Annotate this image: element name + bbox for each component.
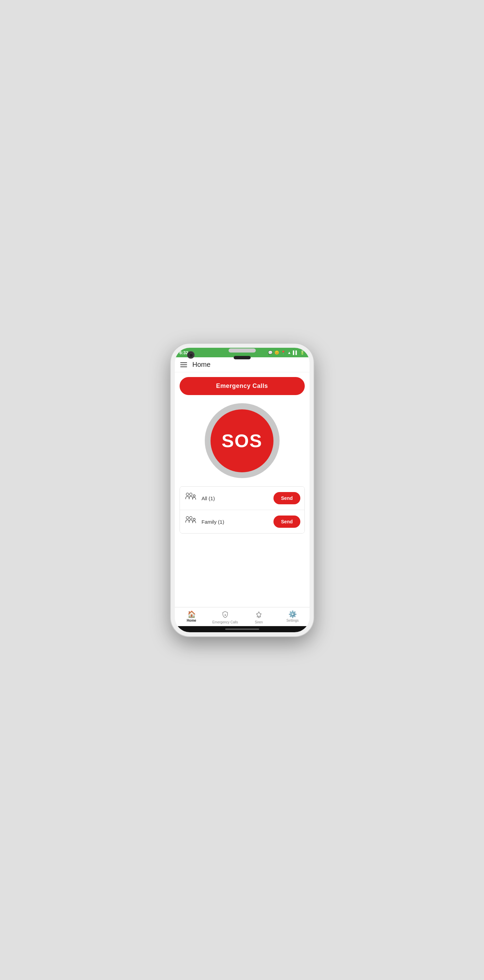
nav-item-siren[interactable]: Siren bbox=[242, 610, 276, 625]
send-all-button[interactable]: Send bbox=[273, 492, 300, 504]
svg-point-2 bbox=[193, 495, 195, 497]
sos-button[interactable]: SOS bbox=[211, 409, 273, 472]
home-icon: 🏠 bbox=[187, 611, 196, 617]
status-icons: 💬 😊 📍 ▲ ▌▌ 🔋 bbox=[268, 350, 305, 355]
phone-screen: 6:32 💬 😊 📍 ▲ ▌▌ 🔋 Home Emergency Calls bbox=[175, 348, 309, 632]
svg-point-0 bbox=[186, 493, 189, 496]
nav-label-emergency-calls: Emergency Calls bbox=[212, 620, 238, 624]
nav-label-settings: Settings bbox=[286, 619, 298, 622]
svg-point-3 bbox=[186, 517, 189, 519]
battery-icon: 🔋 bbox=[300, 350, 305, 355]
contact-all-label: All (1) bbox=[202, 495, 274, 501]
phone-device: 6:32 💬 😊 📍 ▲ ▌▌ 🔋 Home Emergency Calls bbox=[171, 344, 314, 636]
svg-point-5 bbox=[193, 518, 195, 520]
home-indicator-bar bbox=[225, 628, 259, 630]
contact-row-family: Family (1) Send bbox=[180, 510, 305, 533]
camera bbox=[187, 351, 195, 359]
speaker bbox=[229, 348, 256, 353]
family-icon bbox=[184, 515, 197, 528]
svg-point-1 bbox=[189, 493, 192, 496]
earpiece bbox=[234, 356, 251, 360]
nav-item-emergency-calls[interactable]: ★ Emergency Calls bbox=[208, 610, 242, 625]
menu-button[interactable] bbox=[180, 363, 187, 367]
sos-outer-ring: SOS bbox=[205, 403, 279, 478]
contact-family-label: Family (1) bbox=[202, 519, 274, 525]
nav-item-home[interactable]: 🏠 Home bbox=[175, 610, 208, 625]
location-icon: 📍 bbox=[281, 350, 286, 355]
message-icon: 💬 bbox=[268, 350, 273, 355]
shield-icon: ★ bbox=[221, 611, 229, 619]
bottom-nav: 🏠 Home ★ Emergency Calls bbox=[175, 607, 309, 626]
face-icon: 😊 bbox=[275, 350, 279, 355]
nav-label-home: Home bbox=[187, 619, 196, 622]
wifi-icon: ▲ bbox=[287, 350, 291, 355]
nav-item-settings[interactable]: ⚙️ Settings bbox=[276, 610, 309, 625]
page-title: Home bbox=[192, 361, 211, 369]
sos-container: SOS bbox=[179, 400, 305, 482]
contacts-section: All (1) Send bbox=[179, 486, 305, 533]
svg-text:★: ★ bbox=[224, 614, 227, 616]
home-indicator bbox=[175, 626, 309, 632]
nav-label-siren: Siren bbox=[255, 620, 263, 624]
family-group-icon bbox=[184, 492, 197, 504]
contact-icon-all bbox=[184, 492, 198, 505]
signal-icon: ▌▌ bbox=[293, 350, 298, 355]
contact-row-all: All (1) Send bbox=[180, 487, 305, 510]
main-content: Emergency Calls SOS bbox=[175, 372, 309, 607]
send-family-button[interactable]: Send bbox=[273, 515, 300, 528]
siren-icon bbox=[255, 611, 263, 619]
top-bar: Home bbox=[175, 357, 309, 372]
svg-point-4 bbox=[189, 517, 192, 519]
settings-icon: ⚙️ bbox=[289, 611, 297, 617]
contact-icon-family bbox=[184, 515, 198, 528]
sos-label: SOS bbox=[221, 430, 262, 451]
emergency-calls-button[interactable]: Emergency Calls bbox=[179, 377, 305, 395]
